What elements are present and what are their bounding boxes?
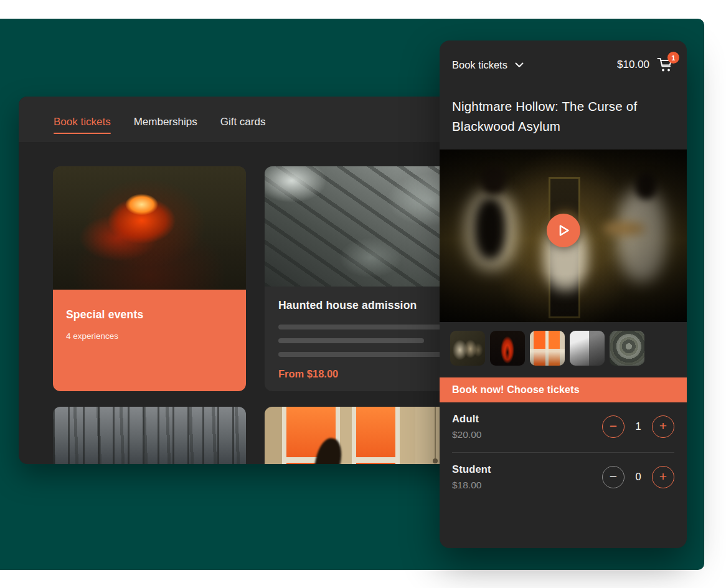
cart-count-badge: 1 [667, 52, 679, 64]
photo-layer [435, 407, 436, 459]
card-price: From $18.00 [278, 368, 444, 380]
ticket-price: $18.00 [452, 480, 491, 491]
dropdown-label: Book tickets [452, 59, 507, 71]
thumbnail-orange-windows[interactable] [530, 331, 565, 366]
stairwell-photo [265, 166, 458, 287]
photo-layer [352, 407, 400, 464]
ticket-quantity: 1 [634, 420, 643, 432]
minus-icon[interactable]: − [602, 415, 625, 438]
skeleton-line [278, 338, 424, 343]
ticket-quantity: 0 [634, 471, 643, 483]
ticket-info: Student $18.00 [452, 463, 491, 491]
plus-icon[interactable]: + [652, 466, 674, 488]
thumbnail-staircase[interactable] [610, 331, 644, 366]
haunted-house-card[interactable]: Haunted house admission From $18.00 [265, 166, 458, 391]
tab-content: Special events 4 experiences Haunted hou… [19, 142, 473, 464]
tab-book-tickets[interactable]: Book tickets [54, 116, 111, 142]
ticket-name: Student [452, 463, 491, 475]
tab-gift-cards[interactable]: Gift cards [220, 116, 266, 142]
event-video-preview[interactable] [440, 149, 687, 322]
card-title: Haunted house admission [278, 299, 444, 312]
cards-row [53, 407, 473, 464]
tab-bar: Book tickets Memberships Gift cards [19, 97, 473, 142]
cards-row: Special events 4 experiences Haunted hou… [53, 166, 473, 391]
thumbnail-red-doorway[interactable] [490, 331, 525, 366]
minus-icon[interactable]: − [602, 466, 625, 488]
play-icon [559, 224, 570, 237]
cart-total: $10.00 [617, 59, 649, 71]
ticket-info: Adult $20.00 [452, 413, 481, 440]
desktop-booking-widget: Book tickets Memberships Gift cards Spec… [19, 97, 473, 464]
cart-button[interactable]: 1 [657, 57, 674, 73]
tab-memberships[interactable]: Memberships [134, 116, 197, 142]
chevron-down-icon [515, 62, 524, 68]
book-tickets-dropdown[interactable]: Book tickets [452, 59, 524, 71]
plus-icon[interactable]: + [652, 415, 674, 438]
play-button[interactable] [547, 214, 580, 247]
skeleton-line [278, 325, 444, 330]
forest-photo-card[interactable] [53, 407, 246, 464]
thumbnail-zombies[interactable] [450, 331, 485, 366]
quantity-stepper: − 1 + [602, 415, 674, 438]
mobile-booking-widget: Book tickets $10.00 1 Nightmare Holl [440, 40, 687, 548]
ticket-name: Adult [452, 413, 481, 425]
gallery-thumbnails [440, 322, 687, 377]
mobile-header: Book tickets $10.00 1 [440, 40, 687, 73]
book-now-banner: Book now! Choose tickets [440, 377, 687, 402]
skeleton-line [278, 352, 444, 357]
cart-area: $10.00 1 [617, 57, 674, 73]
special-events-card[interactable]: Special events 4 experiences [53, 166, 246, 391]
window-photo-card[interactable] [265, 407, 458, 464]
thumbnail-grayscale-room[interactable] [570, 331, 605, 366]
ticket-row-student: Student $18.00 − 0 + [452, 453, 674, 503]
event-title: Nightmare Hollow: The Curse of Blackwood… [452, 97, 674, 137]
haunted-house-card-body: Haunted house admission From $18.00 [265, 287, 458, 380]
card-title: Special events [66, 308, 233, 321]
ticket-price: $20.00 [452, 429, 481, 440]
pumpkin-photo [53, 166, 246, 290]
special-events-card-body: Special events 4 experiences [53, 290, 246, 391]
ticket-row-adult: Adult $20.00 − 1 + [452, 402, 674, 453]
card-subtitle: 4 experiences [66, 331, 233, 341]
quantity-stepper: − 0 + [602, 466, 674, 488]
